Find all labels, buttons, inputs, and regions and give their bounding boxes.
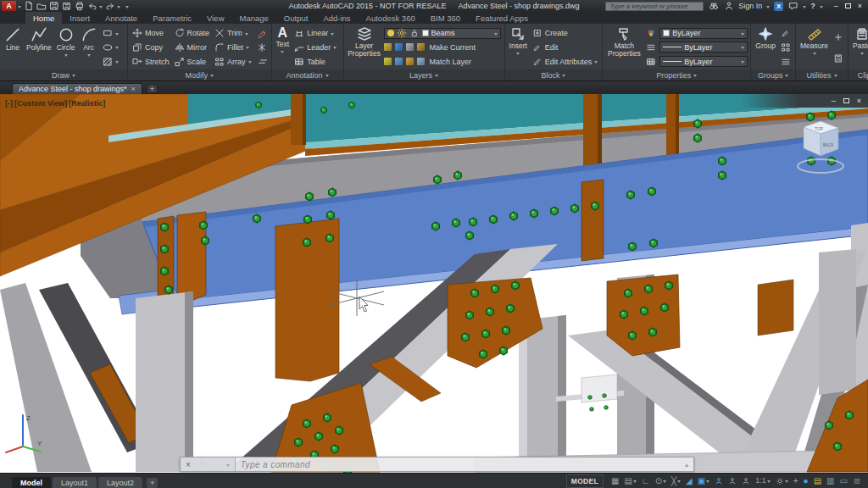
sign-in-caret-icon[interactable]: [766, 6, 770, 10]
bolt[interactable]: [834, 442, 842, 451]
panel-label-block[interactable]: Block: [505, 69, 603, 80]
bolt[interactable]: [315, 432, 323, 441]
bolt[interactable]: [641, 307, 648, 315]
annotation-scale-value[interactable]: 1:1: [755, 477, 771, 485]
ungroup-button[interactable]: [779, 27, 793, 39]
file-tab-active[interactable]: Advance Steel - shop drawings* ×: [12, 83, 142, 94]
new-file-icon[interactable]: [23, 1, 34, 11]
help-icon[interactable]: ?: [810, 2, 815, 10]
command-input[interactable]: Type a command: [236, 460, 310, 469]
bolt[interactable]: [466, 311, 474, 319]
scale-button[interactable]: Scale: [173, 56, 212, 68]
arc-button[interactable]: Arc: [79, 25, 99, 69]
bolt[interactable]: [349, 102, 355, 108]
ribbon-tab-annotate[interactable]: Annotate: [97, 12, 145, 24]
object-snap-icon[interactable]: ▣: [698, 477, 709, 485]
hardware-acceleration-icon[interactable]: ●: [804, 477, 809, 485]
ribbon-tab-output[interactable]: Output: [276, 12, 316, 24]
bolt[interactable]: [846, 411, 854, 419]
layer-on-bulb-icon[interactable]: [387, 30, 394, 36]
color-wheel-button[interactable]: [644, 27, 658, 39]
snap-mode-icon[interactable]: ▤: [624, 477, 636, 485]
bolt[interactable]: [487, 308, 494, 316]
bolt[interactable]: [256, 102, 262, 108]
bolt[interactable]: [304, 215, 312, 224]
bolt[interactable]: [694, 134, 702, 142]
bolt[interactable]: [625, 289, 632, 297]
recent-commands-icon[interactable]: [211, 459, 221, 469]
bolt[interactable]: [551, 207, 559, 215]
ribbon-tab-home[interactable]: Home: [25, 12, 62, 24]
bolt[interactable]: [629, 242, 637, 251]
bolt[interactable]: [629, 331, 637, 340]
clean-screen-icon[interactable]: ▭: [840, 477, 848, 485]
minimize-button[interactable]: –: [834, 2, 838, 10]
create-block-button[interactable]: Create: [531, 27, 600, 39]
ribbon-tab-view[interactable]: View: [199, 12, 231, 24]
bolt[interactable]: [500, 347, 508, 355]
undo-icon[interactable]: [86, 1, 97, 11]
layer-tool-icon[interactable]: [406, 43, 414, 51]
edit-block-button[interactable]: Edit: [531, 42, 600, 53]
polyline-button[interactable]: Polyline: [25, 25, 53, 69]
bolt[interactable]: [719, 171, 726, 180]
bolt[interactable]: [627, 191, 635, 199]
dwg-close-button[interactable]: ×: [857, 97, 861, 105]
bolt[interactable]: [482, 330, 490, 338]
command-history-icon[interactable]: ▴: [685, 461, 693, 469]
layout-tab-layout1[interactable]: Layout1: [53, 477, 97, 488]
bolt[interactable]: [306, 192, 314, 201]
annotation-visibility-icon[interactable]: [715, 477, 723, 485]
bolt[interactable]: [826, 421, 833, 430]
save-as-icon[interactable]: [61, 1, 72, 11]
graphics-performance-icon[interactable]: ▥: [826, 477, 834, 485]
search-input[interactable]: Type a keyword or phrase: [605, 2, 704, 11]
copy-button[interactable]: Copy: [131, 42, 171, 53]
bolt[interactable]: [471, 289, 479, 297]
lineweight-button[interactable]: [644, 42, 658, 53]
measure-button[interactable]: Measure: [798, 25, 830, 69]
command-customize-icon[interactable]: [196, 459, 206, 469]
ribbon-tab-parametric[interactable]: Parametric: [145, 12, 199, 24]
save-icon[interactable]: [48, 1, 59, 11]
help-caret-icon[interactable]: [820, 6, 823, 10]
bolt[interactable]: [321, 107, 327, 114]
visual-style-control[interactable]: [Realistic]: [69, 99, 105, 108]
bolt[interactable]: [661, 303, 669, 312]
bolt[interactable]: [649, 328, 657, 336]
model-space-button[interactable]: MODEL: [566, 474, 604, 488]
edit-attributes-button[interactable]: Edit Attributes: [531, 56, 600, 68]
explode-button[interactable]: [255, 42, 269, 53]
command-close-icon[interactable]: ×: [186, 460, 191, 469]
table-button[interactable]: Table: [292, 56, 338, 68]
bolt[interactable]: [202, 236, 209, 245]
bolt[interactable]: [295, 438, 303, 446]
autodesk-exchange-icon[interactable]: X: [774, 2, 783, 11]
redo-icon[interactable]: [104, 1, 115, 11]
bolt[interactable]: [161, 245, 169, 253]
bolt[interactable]: [828, 111, 836, 119]
bolt[interactable]: [590, 407, 594, 411]
plot-style-button[interactable]: [644, 56, 658, 68]
layer-tool-icon[interactable]: [395, 58, 403, 65]
panel-label-clipboard[interactable]: Clipboard: [849, 69, 868, 80]
layer-lock-icon[interactable]: [409, 28, 420, 38]
ribbon-tab-bim-360[interactable]: BIM 360: [423, 12, 468, 24]
layer-dropdown-caret-icon[interactable]: [494, 33, 498, 37]
trim-button[interactable]: Trim: [213, 27, 253, 39]
layer-tool-icon[interactable]: [395, 43, 403, 51]
panel-label-groups[interactable]: Groups: [751, 69, 795, 80]
quick-select-button[interactable]: [832, 31, 845, 43]
annotation-autoscale-icon[interactable]: [728, 477, 737, 485]
layer-dropdown[interactable]: Beams: [384, 28, 501, 39]
mirror-button[interactable]: Mirror: [173, 42, 212, 53]
ribbon-tab-manage[interactable]: Manage: [232, 12, 276, 24]
isodraft-icon[interactable]: ◢: [686, 477, 693, 485]
bolt[interactable]: [531, 209, 538, 218]
plot-icon[interactable]: [74, 1, 85, 11]
annotation-monitor-icon[interactable]: +: [793, 477, 798, 485]
bolt[interactable]: [324, 413, 331, 422]
ribbon-tab-featured-apps[interactable]: Featured Apps: [468, 12, 536, 24]
bolt[interactable]: [466, 231, 474, 240]
bolt[interactable]: [327, 211, 335, 219]
